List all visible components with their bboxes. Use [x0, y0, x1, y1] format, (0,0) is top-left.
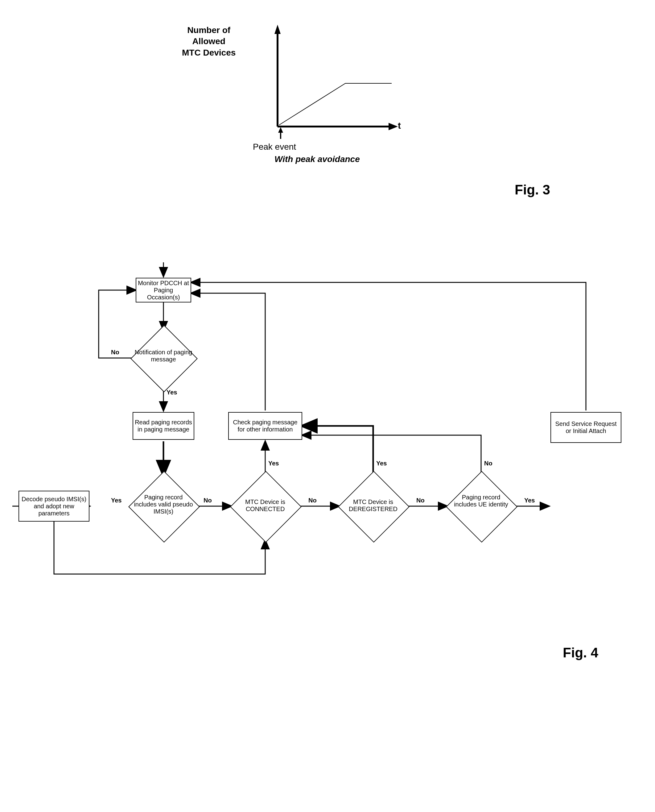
deregistered-text: MTC Device is DEREGISTERED	[342, 498, 404, 513]
label-yes-1: Yes	[166, 389, 177, 396]
label-no-1: No	[111, 349, 119, 356]
label-yes-4: Yes	[376, 460, 387, 467]
fig4-flowchart: Monitor PDCCH at Paging Occasion(s) Noti…	[12, 259, 629, 676]
fig3-title: Fig. 3	[0, 182, 550, 197]
check-paging-box: Check paging message for other informati…	[228, 412, 302, 440]
svg-marker-5	[389, 123, 398, 130]
peak-event-label: Peak event	[253, 142, 296, 152]
decode-text: Decode pseudo IMSI(s) and adopt new para…	[21, 496, 87, 517]
label-yes-5: Yes	[524, 497, 535, 504]
fig4-svg	[12, 259, 629, 645]
read-paging-box: Read paging records in paging message	[132, 412, 194, 440]
read-paging-text: Read paging records in paging message	[135, 419, 192, 433]
service-request-box: Send Service Request or Initial Attach	[550, 412, 621, 443]
ue-identity-text: Paging record includes UE identity	[450, 494, 512, 508]
peak-avoidance-label: With peak avoidance	[274, 154, 360, 164]
monitor-box: Monitor PDCCH at Paging Occasion(s)	[136, 278, 191, 302]
label-no-2: No	[203, 497, 212, 504]
x-axis-label: t	[398, 120, 401, 131]
y-axis-label: Number of Allowed MTC Devices	[182, 25, 235, 59]
check-paging-text: Check paging message for other informati…	[231, 419, 300, 433]
decode-box: Decode pseudo IMSI(s) and adopt new para…	[18, 491, 89, 522]
label-yes-3: Yes	[268, 460, 279, 467]
notification-text: Notification of paging message	[132, 349, 194, 363]
label-yes-2: Yes	[111, 497, 121, 504]
service-request-text: Send Service Request or Initial Attach	[553, 421, 619, 435]
label-no-4: No	[416, 497, 424, 504]
svg-marker-3	[274, 25, 281, 34]
connected-text: MTC Device is CONNECTED	[234, 498, 296, 513]
label-no-3: No	[308, 497, 317, 504]
label-no-5: No	[484, 460, 492, 467]
valid-imsi-text: Paging record includes valid pseudo IMSI…	[132, 494, 194, 515]
monitor-text: Monitor PDCCH at Paging Occasion(s)	[138, 280, 189, 301]
svg-marker-7	[278, 127, 283, 133]
fig4-title: Fig. 4	[563, 645, 598, 661]
fig3-chart: Number of Allowed MTC Devices t Peak eve…	[136, 12, 444, 197]
